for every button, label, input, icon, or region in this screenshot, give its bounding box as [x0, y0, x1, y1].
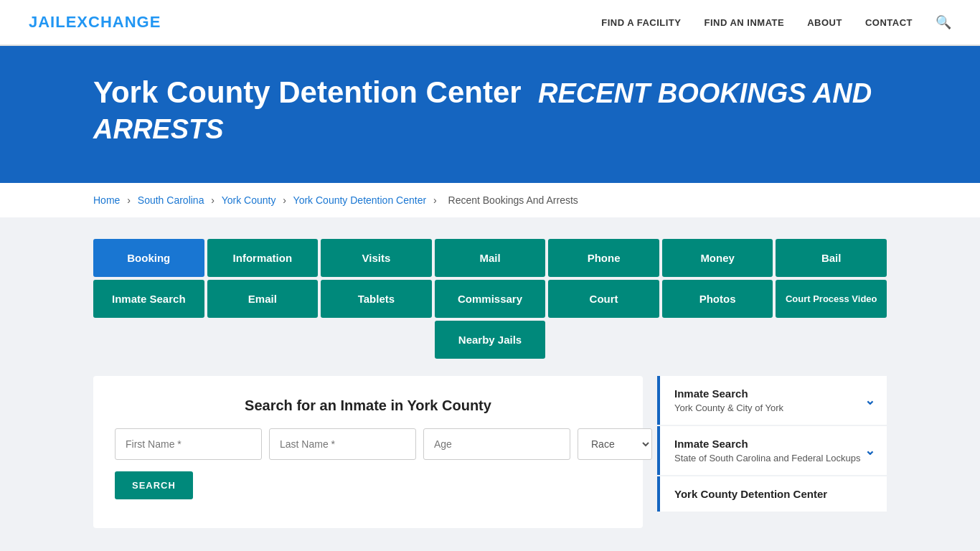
chevron-down-icon-2: ⌄ — [864, 443, 875, 458]
hero-section: York County Detention Center RECENT BOOK… — [0, 46, 980, 183]
btn-court[interactable]: Court — [548, 280, 659, 318]
btn-email[interactable]: Email — [207, 280, 319, 318]
nav-find-facility[interactable]: FIND A FACILITY — [601, 17, 681, 28]
breadcrumb-york-county[interactable]: York County — [222, 194, 276, 206]
breadcrumb-sc[interactable]: South Carolina — [138, 194, 204, 206]
btn-money[interactable]: Money — [662, 239, 773, 277]
nav-find-inmate[interactable]: FIND AN INMATE — [704, 17, 784, 28]
btn-bail[interactable]: Bail — [776, 239, 887, 277]
sidebar-item-heading-1: Inmate Search — [674, 387, 783, 400]
sidebar-item-subtext-1: York County & City of York — [674, 402, 783, 413]
lower-section: Search for an Inmate in York County Race… — [93, 376, 887, 528]
page-title: York County Detention Center RECENT BOOK… — [93, 75, 887, 147]
age-input[interactable] — [423, 428, 570, 460]
sidebar-item-heading-2: Inmate Search — [674, 438, 860, 450]
breadcrumb-home[interactable]: Home — [93, 194, 120, 206]
btn-inmate-search[interactable]: Inmate Search — [93, 280, 204, 318]
main-area: Booking Information Visits Mail Phone Mo… — [0, 217, 980, 550]
nav-contact[interactable]: CONTACT — [865, 17, 913, 28]
search-title: Search for an Inmate in York County — [115, 397, 621, 414]
breadcrumb-current: Recent Bookings And Arrests — [448, 194, 578, 206]
chevron-down-icon-1: ⌄ — [864, 392, 875, 408]
search-box: Search for an Inmate in York County Race… — [93, 376, 643, 528]
btn-visits[interactable]: Visits — [321, 239, 432, 277]
btn-nearby-jails[interactable]: Nearby Jails — [435, 321, 546, 359]
site-logo[interactable]: JAILEXCHANGE — [29, 13, 161, 32]
btn-commissary[interactable]: Commissary — [435, 280, 546, 318]
btn-mail[interactable]: Mail — [435, 239, 546, 277]
btn-tablets[interactable]: Tablets — [321, 280, 432, 318]
btn-information[interactable]: Information — [207, 239, 319, 277]
last-name-input[interactable] — [269, 428, 416, 460]
logo-jail: JAIL — [29, 13, 66, 31]
sidebar-item-subtext-2: State of South Carolina and Federal Lock… — [674, 453, 860, 463]
search-fields: Race White Black Hispanic Asian Other — [115, 428, 621, 460]
first-name-input[interactable] — [115, 428, 262, 460]
btn-photos[interactable]: Photos — [662, 280, 773, 318]
sidebar-item-heading-3: York County Detention Center — [674, 488, 875, 500]
sidebar-item-inmate-search-york[interactable]: Inmate Search York County & City of York… — [657, 376, 887, 425]
button-row-1: Booking Information Visits Mail Phone Mo… — [93, 239, 887, 277]
sidebar-item-york-detention[interactable]: York County Detention Center — [657, 476, 887, 512]
btn-phone[interactable]: Phone — [548, 239, 659, 277]
search-button[interactable]: SEARCH — [115, 471, 193, 499]
sidebar: Inmate Search York County & City of York… — [657, 376, 887, 513]
search-icon[interactable]: 🔍 — [936, 14, 951, 30]
nav-about[interactable]: ABOUT — [807, 17, 842, 28]
breadcrumb-detention-center[interactable]: York County Detention Center — [293, 194, 426, 206]
button-row-2: Inmate Search Email Tablets Commissary C… — [93, 280, 887, 318]
logo-exchange: EXCHANGE — [66, 13, 161, 31]
button-row-3: Nearby Jails — [93, 321, 887, 359]
btn-court-process-video[interactable]: Court Process Video — [776, 280, 887, 318]
breadcrumb: Home › South Carolina › York County › Yo… — [0, 183, 980, 217]
sidebar-item-inmate-search-sc[interactable]: Inmate Search State of South Carolina an… — [657, 426, 887, 475]
navbar: JAILEXCHANGE FIND A FACILITY FIND AN INM… — [0, 0, 980, 46]
race-select[interactable]: Race White Black Hispanic Asian Other — [578, 428, 652, 460]
nav-links: FIND A FACILITY FIND AN INMATE ABOUT CON… — [601, 14, 951, 30]
btn-booking[interactable]: Booking — [93, 239, 204, 277]
